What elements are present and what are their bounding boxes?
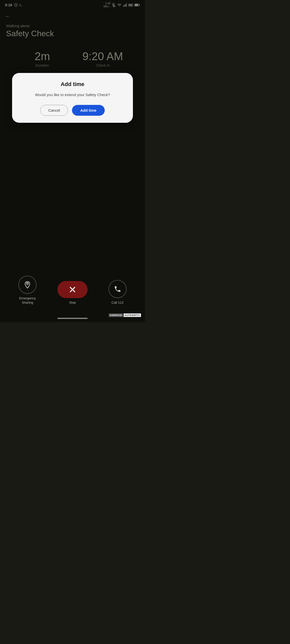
cancel-button[interactable]: Cancel [40,105,68,116]
call-icon-circle [108,280,127,298]
emergency-sharing-icon-circle [18,276,37,294]
modal-body: Would you like to extend your Safety Che… [20,92,125,98]
call-label: Call 112 [112,301,124,305]
emergency-sharing-icon [23,281,31,289]
stop-icon-pill [57,281,88,298]
svg-point-12 [27,283,28,285]
home-indicator [57,318,88,319]
call-item[interactable]: Call 112 [108,280,127,305]
watermark-authority: AUTHORITY [124,313,141,317]
emergency-sharing-label: EmergencySharing [19,296,36,305]
call-icon [114,285,121,293]
stop-x-icon [68,285,77,294]
modal-buttons: Cancel Add time [20,105,125,116]
emergency-sharing-item[interactable]: EmergencySharing [18,276,37,305]
watermark: ANDROID AUTHORITY [109,313,141,317]
bottom-bar: EmergencySharing Stop Call 112 [0,272,145,307]
add-time-modal: Add time Would you like to extend your S… [12,73,133,123]
modal-title: Add time [20,81,125,88]
add-time-button[interactable]: Add time [72,105,105,116]
stop-item[interactable]: Stop [57,281,88,305]
watermark-android: ANDROID [109,313,123,317]
stop-label: Stop [69,301,76,305]
